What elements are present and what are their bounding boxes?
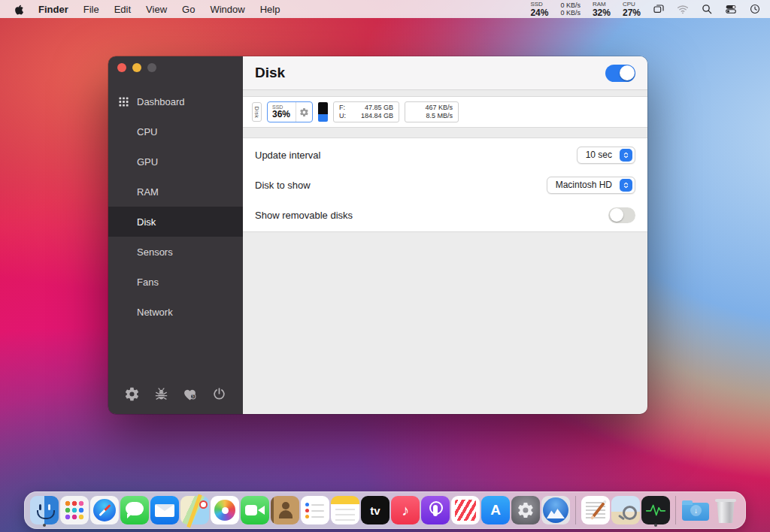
preview-icon [611, 496, 640, 524]
widget-vertical-label[interactable]: Disk [252, 102, 262, 122]
dock-notes[interactable] [331, 494, 359, 527]
dock-facetime[interactable] [241, 494, 269, 527]
settings-gear-icon[interactable] [124, 386, 140, 402]
dock-messages[interactable] [120, 494, 149, 527]
status-network-speed[interactable]: 0 KB/s 0 KB/s [560, 2, 581, 17]
dock-mail[interactable] [150, 494, 179, 527]
menu-window[interactable]: Window [202, 4, 252, 15]
sidebar-item-network[interactable]: Network [108, 297, 243, 327]
notes-icon [331, 496, 359, 524]
widget-percent-selected[interactable]: SSD 36% [267, 101, 313, 122]
textedit-icon [581, 496, 610, 524]
dock-news[interactable] [451, 494, 480, 527]
pane-header: Disk [243, 56, 647, 90]
widget-usage-bar[interactable] [318, 102, 328, 122]
update-interval-value: 10 sec [586, 150, 620, 160]
select-stepper-icon [620, 149, 632, 162]
menu-bar-left: Finder File Edit View Go Window Help [9, 4, 287, 15]
dock-preview[interactable] [611, 494, 640, 527]
menu-edit[interactable]: Edit [107, 4, 138, 15]
dock-music[interactable]: ♪ [391, 494, 420, 527]
status-ssd-value: 24% [530, 8, 548, 17]
sidebar-item-label: RAM [137, 186, 159, 198]
dock-launchpad[interactable] [60, 494, 89, 527]
speed-write-value: 8.5 MB/s [426, 112, 453, 120]
tv-icon: tv [361, 496, 390, 524]
download-arrow-icon: ↓ [690, 505, 702, 516]
photos-icon [211, 496, 239, 524]
news-icon [451, 496, 480, 524]
capacity-used-value: 184.84 GB [355, 112, 393, 120]
power-quit-icon[interactable] [211, 386, 227, 402]
wifi-icon[interactable] [677, 3, 689, 15]
dock-install-macos[interactable] [541, 494, 570, 527]
dock-tv[interactable]: tv [361, 494, 390, 527]
search-icon[interactable] [701, 3, 713, 15]
apple-menu[interactable] [9, 4, 31, 15]
dock-safari[interactable] [90, 494, 119, 527]
trash-icon [711, 496, 740, 524]
widget-capacity[interactable]: F: 47.85 GB U: 184.84 GB [333, 101, 399, 122]
sidebar-footer: $ [108, 386, 243, 414]
dock-system-preferences[interactable] [511, 494, 540, 527]
widget-settings-gear-icon[interactable] [296, 102, 312, 122]
status-ssd[interactable]: SSD 24% [530, 2, 548, 17]
capacity-free-label: F: [339, 104, 345, 112]
menu-help[interactable]: Help [253, 4, 288, 15]
widget-speed[interactable]: 467 KB/s 8.5 MB/s [405, 101, 459, 122]
setting-update-interval: Update interval 10 sec [243, 140, 647, 170]
sidebar-item-gpu[interactable]: GPU [108, 147, 243, 177]
dock-photos[interactable] [211, 494, 239, 527]
sidebar-item-label: Network [137, 307, 173, 318]
disk-to-show-select[interactable]: Macintosh HD [547, 177, 635, 194]
update-interval-select[interactable]: 10 sec [577, 147, 635, 164]
status-ram[interactable]: RAM 32% [593, 2, 611, 17]
setting-label: Update interval [255, 150, 320, 161]
dock-textedit[interactable] [581, 494, 610, 527]
sidebar-item-label: GPU [137, 156, 158, 168]
sidebar-item-fans[interactable]: Fans [108, 267, 243, 297]
maps-icon [180, 496, 209, 524]
setting-show-removable-disks: Show removable disks [243, 200, 647, 230]
menu-bar: Finder File Edit View Go Window Help SSD… [0, 0, 770, 18]
menu-file[interactable]: File [76, 4, 107, 15]
menu-go[interactable]: Go [174, 4, 202, 15]
bug-report-icon[interactable] [153, 386, 169, 402]
contacts-icon [271, 496, 299, 524]
show-removable-disks-toggle[interactable] [608, 207, 635, 223]
module-enabled-toggle[interactable] [605, 65, 635, 82]
clock-icon[interactable] [749, 3, 761, 15]
dock-podcasts[interactable] [421, 494, 450, 527]
dock-finder[interactable] [30, 494, 59, 527]
minimize-button[interactable] [132, 63, 141, 72]
menu-view[interactable]: View [138, 4, 174, 15]
sidebar-item-sensors[interactable]: Sensors [108, 237, 243, 267]
sidebar-item-dashboard[interactable]: Dashboard [108, 86, 243, 116]
music-icon: ♪ [391, 496, 420, 524]
window-controls [108, 56, 243, 77]
setting-label: Show removable disks [255, 210, 353, 221]
sidebar-item-cpu[interactable]: CPU [108, 116, 243, 147]
dock-reminders[interactable] [301, 494, 329, 527]
dock-downloads[interactable]: ↓ [681, 494, 710, 527]
sidebar-item-disk[interactable]: Disk [108, 207, 243, 237]
dock-maps[interactable] [180, 494, 209, 527]
dock-trash[interactable] [711, 494, 740, 527]
dock-activity-monitor[interactable] [641, 494, 670, 527]
dock-separator [575, 496, 576, 524]
dock-app-store[interactable]: A [481, 494, 510, 527]
dock: tv ♪ A ↓ [24, 491, 746, 529]
mission-control-icon[interactable] [653, 3, 665, 15]
control-center-icon[interactable] [725, 3, 737, 15]
app-menu-title[interactable]: Finder [31, 4, 76, 15]
status-cpu[interactable]: CPU 27% [623, 2, 641, 17]
podcasts-icon [421, 496, 450, 524]
dock-contacts[interactable] [271, 494, 299, 527]
donate-heart-icon[interactable]: $ [182, 386, 198, 402]
install-macos-mountain-icon [541, 496, 570, 524]
close-button[interactable] [117, 63, 126, 72]
sidebar-item-ram[interactable]: RAM [108, 177, 243, 207]
zoom-button[interactable] [147, 63, 156, 72]
facetime-icon [241, 496, 269, 524]
toggle-knob [620, 65, 635, 80]
